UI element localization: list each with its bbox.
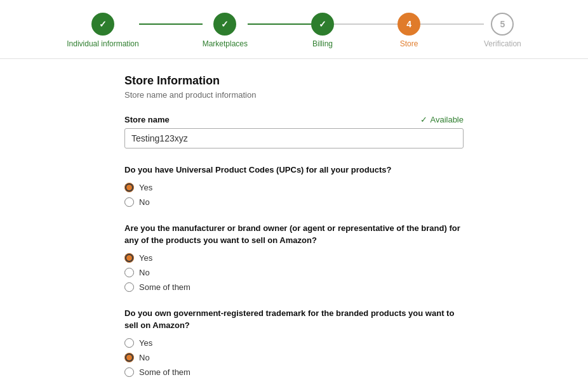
question-manufacturer-text: Are you the manufacturer or brand owner …: [124, 222, 464, 247]
connector-1-2: [139, 23, 203, 25]
question-manufacturer: Are you the manufacturer or brand owner …: [124, 222, 464, 292]
upc-no-label: No: [139, 197, 150, 207]
section-title: Store Information: [124, 74, 464, 88]
step-label-5: Verification: [484, 39, 521, 48]
store-name-field: Store name ✓ Available: [124, 115, 464, 148]
step-container-5: 5 Verification: [484, 13, 521, 48]
step-store: 4 Store: [398, 13, 420, 48]
manufacturer-yes-label: Yes: [139, 253, 152, 263]
step-individual-information: ✓ Individual information: [67, 13, 138, 48]
section-header: Store Information Store name and product…: [124, 74, 464, 100]
available-badge: ✓ Available: [420, 115, 464, 124]
connector-2-3: [248, 23, 311, 25]
manufacturer-yes-option[interactable]: Yes: [124, 253, 464, 263]
progress-bar: ✓ Individual information ✓ Marketplaces …: [0, 0, 588, 59]
question-upc-text: Do you have Universal Product Codes (UPC…: [124, 164, 464, 176]
step-label-2: Marketplaces: [203, 39, 248, 48]
store-name-input[interactable]: [124, 128, 464, 148]
connector-4-5: [420, 23, 484, 25]
question-upc: Do you have Universal Product Codes (UPC…: [124, 164, 464, 207]
upc-yes-label: Yes: [139, 183, 152, 192]
step-circle-4: 4: [398, 13, 420, 36]
upc-no-radio[interactable]: [124, 197, 134, 207]
step-circle-2: ✓: [213, 13, 236, 36]
step-label-1: Individual information: [67, 39, 138, 48]
trademark-yes-radio[interactable]: [124, 338, 134, 348]
upc-no-option[interactable]: No: [124, 197, 464, 207]
step-label-4: Store: [400, 39, 418, 48]
trademark-no-label: No: [139, 353, 150, 362]
section-subtitle: Store name and product information: [124, 90, 464, 100]
field-label-row: Store name ✓ Available: [124, 115, 464, 124]
manufacturer-no-radio[interactable]: [124, 268, 134, 277]
manufacturer-some-radio[interactable]: [124, 282, 134, 292]
main-content: Store Information Store name and product…: [0, 59, 588, 382]
manufacturer-no-label: No: [139, 268, 150, 277]
manufacturer-yes-radio[interactable]: [124, 253, 134, 263]
manufacturer-some-option[interactable]: Some of them: [124, 282, 464, 292]
step-container-4: 4 Store: [398, 13, 420, 48]
step-circle-5: 5: [491, 13, 514, 36]
trademark-some-radio[interactable]: [124, 367, 134, 377]
manufacturer-some-label: Some of them: [139, 282, 190, 292]
step-marketplaces: ✓ Marketplaces: [203, 13, 248, 48]
checkmark-icon: ✓: [420, 115, 427, 124]
upc-yes-radio[interactable]: [124, 183, 134, 192]
step-container-2: ✓ Marketplaces: [203, 13, 248, 48]
step-circle-1: ✓: [91, 13, 114, 36]
trademark-some-option[interactable]: Some of them: [124, 367, 464, 377]
manufacturer-no-option[interactable]: No: [124, 268, 464, 277]
connector-3-4: [334, 23, 398, 25]
trademark-some-label: Some of them: [139, 367, 190, 377]
step-billing: ✓ Billing: [311, 13, 334, 48]
trademark-no-radio[interactable]: [124, 353, 134, 362]
step-circle-3: ✓: [311, 13, 334, 36]
step-label-3: Billing: [312, 39, 333, 48]
question-trademark-text: Do you own government-registered tradema…: [124, 307, 464, 332]
upc-yes-option[interactable]: Yes: [124, 183, 464, 192]
available-text: Available: [430, 115, 464, 124]
step-container-3: ✓ Billing: [311, 13, 334, 48]
store-name-label: Store name: [124, 115, 170, 124]
step-verification: 5 Verification: [484, 13, 521, 48]
trademark-yes-option[interactable]: Yes: [124, 338, 464, 348]
question-trademark: Do you own government-registered tradema…: [124, 307, 464, 377]
page-wrapper: ✓ Individual information ✓ Marketplaces …: [0, 0, 588, 382]
trademark-yes-label: Yes: [139, 338, 152, 348]
step-container-1: ✓ Individual information: [67, 13, 138, 48]
trademark-no-option[interactable]: No: [124, 353, 464, 362]
